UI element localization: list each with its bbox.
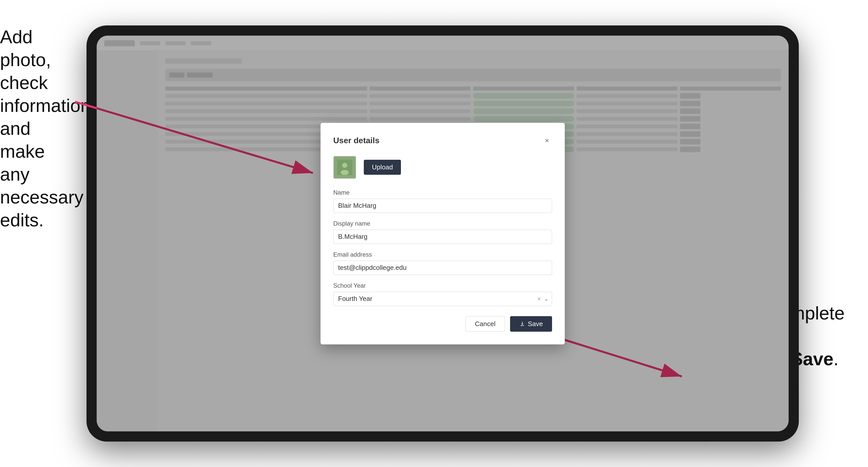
display-name-field-group: Display name [333, 220, 552, 244]
cancel-button[interactable]: Cancel [466, 316, 505, 332]
tablet-shell: User details × Upload [87, 25, 799, 442]
tablet-screen: User details × Upload [97, 36, 788, 431]
school-year-clear-icon[interactable]: × [537, 295, 541, 303]
svg-point-1 [342, 163, 347, 168]
name-input[interactable] [333, 199, 552, 213]
display-name-label: Display name [333, 220, 552, 227]
annotation-left: Add photo, check information and make an… [0, 25, 79, 231]
profile-image-icon [337, 160, 352, 175]
save-icon [519, 321, 525, 327]
modal-title: User details [333, 136, 379, 145]
upload-photo-button[interactable]: Upload [364, 160, 401, 175]
photo-thumbnail [333, 156, 356, 179]
school-year-chevron-icon[interactable]: ⌄ [544, 296, 549, 302]
school-year-field-group: School Year × ⌄ [333, 282, 552, 306]
modal-overlay: User details × Upload [97, 36, 788, 431]
save-button[interactable]: Save [510, 316, 552, 332]
name-field-group: Name [333, 189, 552, 213]
user-details-modal: User details × Upload [320, 123, 565, 344]
school-year-wrapper: × ⌄ [333, 292, 552, 306]
school-year-input[interactable] [333, 292, 552, 306]
svg-point-2 [341, 170, 349, 175]
modal-header: User details × [333, 135, 552, 146]
email-field-group: Email address [333, 251, 552, 275]
school-year-label: School Year [333, 282, 552, 289]
name-label: Name [333, 189, 552, 196]
modal-close-button[interactable]: × [542, 135, 552, 146]
email-input[interactable] [333, 261, 552, 275]
photo-section: Upload [333, 156, 552, 179]
display-name-input[interactable] [333, 230, 552, 244]
email-label: Email address [333, 251, 552, 258]
modal-footer: Cancel Save [333, 316, 552, 332]
